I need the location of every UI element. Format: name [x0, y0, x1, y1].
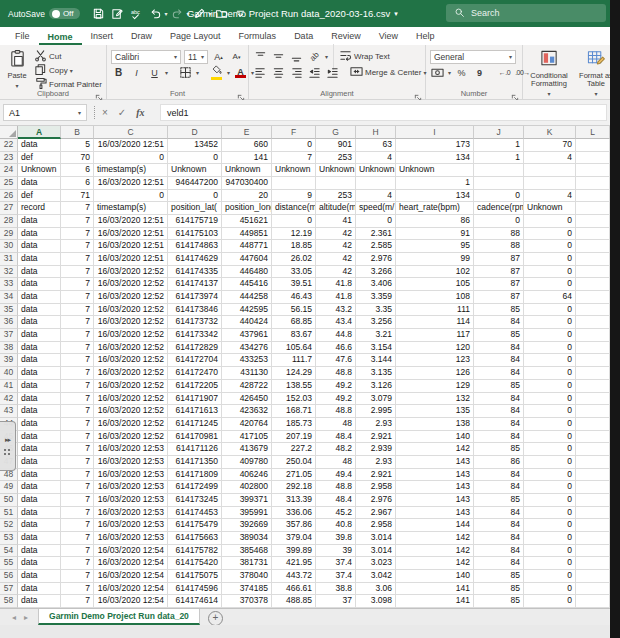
cell-i33[interactable]: 105	[396, 278, 474, 291]
cell-d34[interactable]: 614173974	[168, 291, 222, 304]
cell-f53[interactable]: 379.04	[272, 532, 316, 545]
fast-forward-icon[interactable]: ▸▸	[5, 436, 10, 444]
cell-b31[interactable]: 7	[61, 253, 94, 266]
row-number[interactable]: 31	[0, 253, 18, 266]
sheet-nav-right-icon[interactable]: ▸	[24, 613, 28, 622]
cell-j50[interactable]: 85	[474, 494, 524, 507]
cell-f29[interactable]: 12.19	[272, 228, 316, 241]
cell-c42[interactable]: 16/03/2020 12:52	[94, 393, 168, 406]
cell-b24[interactable]: 6	[61, 164, 94, 177]
cell-a35[interactable]: data	[18, 304, 61, 317]
cell-j36[interactable]: 84	[474, 316, 524, 329]
cell-f42[interactable]: 152.03	[272, 393, 316, 406]
cell-h53[interactable]: 3.014	[356, 532, 396, 545]
cell-j22[interactable]: 1	[474, 139, 524, 152]
cell-h23[interactable]: 4	[356, 152, 396, 165]
cell-k48[interactable]: 0	[524, 469, 576, 482]
cell-d38[interactable]: 614172829	[168, 342, 222, 355]
font-color-button[interactable]: A	[233, 65, 248, 81]
cell-j49[interactable]: 84	[474, 481, 524, 494]
search-input[interactable]: Search	[446, 4, 606, 22]
cell-i54[interactable]: 142	[396, 545, 474, 558]
cell-g23[interactable]: 253	[316, 152, 356, 165]
cell-i40[interactable]: 126	[396, 367, 474, 380]
underline-caret-icon[interactable]: ▾	[165, 69, 168, 76]
cell-c30[interactable]: 16/03/2020 12:51	[94, 240, 168, 253]
cell-c56[interactable]: 16/03/2020 12:54	[94, 570, 168, 583]
cell-e35[interactable]: 442595	[222, 304, 272, 317]
cell-g53[interactable]: 39.8	[316, 532, 356, 545]
cell-d45[interactable]: 614170981	[168, 431, 222, 444]
cell-a25[interactable]: data	[18, 177, 61, 190]
cell-g22[interactable]: 901	[316, 139, 356, 152]
cell-i46[interactable]: 142	[396, 443, 474, 456]
cell-g44[interactable]: 48	[316, 418, 356, 431]
cell-b44[interactable]: 7	[61, 418, 94, 431]
cell-f38[interactable]: 105.64	[272, 342, 316, 355]
cell-f43[interactable]: 168.71	[272, 405, 316, 418]
cell-a45[interactable]: data	[18, 431, 61, 444]
cell-k56[interactable]: 0	[524, 570, 576, 583]
cell-b39[interactable]: 7	[61, 354, 94, 367]
cell-b25[interactable]: 6	[61, 177, 94, 190]
cell-l52[interactable]	[576, 519, 610, 532]
cell-i56[interactable]: 140	[396, 570, 474, 583]
redo-icon[interactable]	[169, 5, 186, 23]
cell-e34[interactable]: 444258	[222, 291, 272, 304]
cell-l47[interactable]	[576, 456, 610, 469]
cell-b34[interactable]: 7	[61, 291, 94, 304]
cell-h38[interactable]: 3.154	[356, 342, 396, 355]
cell-h40[interactable]: 3.135	[356, 367, 396, 380]
cell-i57[interactable]: 141	[396, 583, 474, 596]
cell-h54[interactable]: 3.014	[356, 545, 396, 558]
cell-h25[interactable]	[356, 177, 396, 190]
cell-l53[interactable]	[576, 532, 610, 545]
cell-d23[interactable]: 0	[168, 152, 222, 165]
cell-k55[interactable]: 0	[524, 557, 576, 570]
align-left-button[interactable]	[253, 65, 268, 81]
cell-a33[interactable]: data	[18, 278, 61, 291]
cell-k54[interactable]: 0	[524, 545, 576, 558]
column-header-g[interactable]: G	[316, 126, 356, 139]
cell-e49[interactable]: 402800	[222, 481, 272, 494]
row-number[interactable]: 29	[0, 228, 18, 241]
cell-d35[interactable]: 614173846	[168, 304, 222, 317]
cell-l41[interactable]	[576, 380, 610, 393]
cell-d50[interactable]: 614173245	[168, 494, 222, 507]
cell-j47[interactable]: 86	[474, 456, 524, 469]
cell-j26[interactable]: 0	[474, 190, 524, 203]
row-number[interactable]: 56	[0, 570, 18, 583]
column-header-b[interactable]: B	[61, 126, 94, 139]
cell-k51[interactable]: 0	[524, 507, 576, 520]
align-top-button[interactable]	[253, 49, 268, 65]
cell-c38[interactable]: 16/03/2020 12:52	[94, 342, 168, 355]
cell-b50[interactable]: 7	[61, 494, 94, 507]
row-number[interactable]: 43	[0, 405, 18, 418]
cell-b30[interactable]: 7	[61, 240, 94, 253]
cell-j54[interactable]: 84	[474, 545, 524, 558]
cell-a44[interactable]: data	[18, 418, 61, 431]
cell-g42[interactable]: 49.2	[316, 393, 356, 406]
cell-l58[interactable]	[576, 595, 610, 608]
cell-j27[interactable]: cadence(rpm)	[474, 202, 524, 215]
cell-c31[interactable]: 16/03/2020 12:51	[94, 253, 168, 266]
column-header-e[interactable]: E	[222, 126, 272, 139]
cell-b35[interactable]: 7	[61, 304, 94, 317]
cell-c44[interactable]: 16/03/2020 12:52	[94, 418, 168, 431]
cell-k29[interactable]: 0	[524, 228, 576, 241]
cell-d26[interactable]: 0	[168, 190, 222, 203]
cell-a41[interactable]: data	[18, 380, 61, 393]
grid-dots-icon[interactable]	[3, 448, 12, 457]
cell-e37[interactable]: 437961	[222, 329, 272, 342]
cell-e46[interactable]: 413679	[222, 443, 272, 456]
clipboard-dialog-launcher-icon[interactable]	[95, 88, 104, 97]
align-right-button[interactable]	[289, 65, 304, 81]
cell-j55[interactable]: 84	[474, 557, 524, 570]
cell-a39[interactable]: data	[18, 354, 61, 367]
column-header-c[interactable]: C	[94, 126, 168, 139]
cell-i42[interactable]: 132	[396, 393, 474, 406]
cell-c45[interactable]: 16/03/2020 12:52	[94, 431, 168, 444]
cell-c34[interactable]: 16/03/2020 12:52	[94, 291, 168, 304]
cell-a22[interactable]: data	[18, 139, 61, 152]
cell-e36[interactable]: 440424	[222, 316, 272, 329]
